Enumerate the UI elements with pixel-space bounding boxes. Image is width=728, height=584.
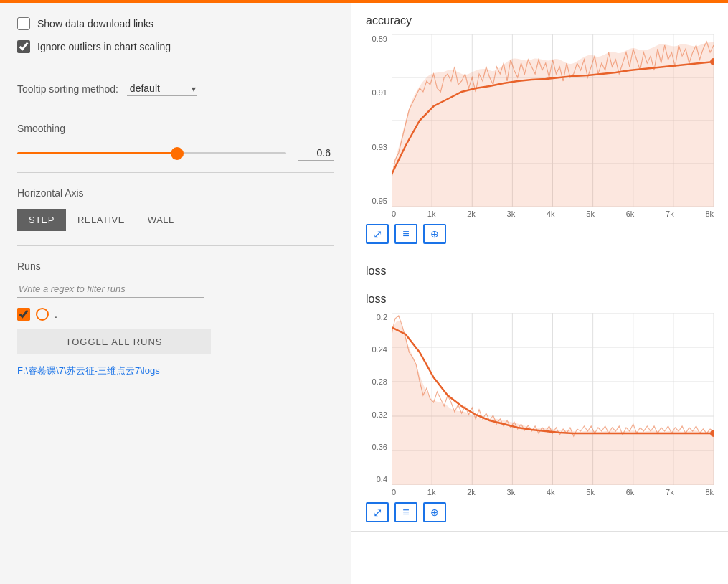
divider-2: [17, 108, 334, 108]
loss-y-label-2: 0.24: [372, 345, 387, 354]
loss-svg: [392, 313, 714, 485]
smoothing-row: 0.6: [17, 146, 334, 161]
loss-lines-btn[interactable]: ≡: [394, 502, 417, 522]
accuracy-y-label-3: 0.93: [372, 143, 387, 151]
run-checkbox[interactable]: [17, 308, 30, 321]
loss-chart-title: loss: [366, 293, 714, 306]
main-layout: Show data download links Ignore outliers…: [0, 3, 728, 584]
loss-chart-wrapper: 0.4 0.36 0.32 0.28 0.24 0.2: [366, 313, 714, 522]
left-panel: Show data download links Ignore outliers…: [0, 3, 351, 584]
lx-6k: 6k: [626, 488, 635, 496]
expand-icon: ⤢: [373, 227, 382, 241]
loss-chart-toolbar: ⤢ ≡ ⊕: [366, 502, 714, 522]
loss-expand-icon: ⤢: [373, 506, 382, 519]
divider-4: [17, 245, 334, 246]
accuracy-y-label-1: 0.89: [372, 34, 387, 43]
loss-chart-area: 0 1k 2k 3k 4k 5k 6k 7k 8k: [392, 313, 714, 496]
accuracy-section-title: accuracy: [366, 14, 714, 27]
loss-chart-inner: 0.4 0.36 0.32 0.28 0.24 0.2: [366, 313, 714, 496]
divider-1: [17, 72, 334, 72]
tooltip-select[interactable]: default ascending descending: [127, 81, 197, 96]
haxis-step-btn[interactable]: STEP: [17, 209, 66, 231]
accuracy-y-axis: 0.95 0.93 0.91 0.89: [366, 34, 392, 218]
accuracy-section: accuracy 0.95 0.93 0.91 0.89: [351, 3, 728, 253]
accuracy-chart-wrapper: 0.95 0.93 0.91 0.89: [366, 34, 714, 244]
loss-y-label-5: 0.36: [372, 443, 387, 451]
loss-y-label-1: 0.2: [377, 313, 387, 321]
run-circle-icon: [36, 308, 49, 321]
ignore-outliers-row: Ignore outliers in chart scaling: [17, 40, 334, 53]
lx-4k: 4k: [547, 488, 555, 496]
loss-expand-btn[interactable]: ⤢: [366, 502, 389, 522]
lx-8k: 8k: [705, 488, 714, 496]
lx-1k: 1k: [427, 488, 436, 496]
right-panel: accuracy 0.95 0.93 0.91 0.89: [351, 3, 728, 584]
lx-0: 0: [392, 488, 396, 496]
lines-icon: ≡: [402, 227, 409, 240]
accuracy-chart-inner: 0.95 0.93 0.91 0.89: [366, 34, 714, 218]
ignore-outliers-checkbox[interactable]: [17, 40, 30, 53]
accuracy-lines-btn[interactable]: ≡: [394, 224, 417, 244]
loss-y-label-3: 0.28: [372, 377, 387, 386]
x-1k: 1k: [427, 209, 436, 218]
accuracy-chart-area: 0 1k 2k 3k 4k 5k 6k 7k 8k: [392, 34, 714, 218]
runs-path: F:\睿慕课\7\苏云征-三维点云7\logs: [17, 364, 334, 377]
run-dot-label: .: [55, 309, 57, 320]
haxis-buttons: STEP RELATIVE WALL: [17, 209, 334, 231]
x-5k: 5k: [586, 209, 595, 218]
accuracy-y-label-4: 0.95: [372, 197, 387, 205]
loss-crosshair-btn[interactable]: ⊕: [423, 502, 446, 522]
toggle-all-runs-button[interactable]: TOGGLE ALL RUNS: [17, 329, 211, 354]
loss-section: loss 0.4 0.36 0.32 0.28 0.24 0.2: [351, 281, 728, 532]
accuracy-crosshair-btn[interactable]: ⊕: [423, 224, 446, 244]
loss-section-header: loss: [351, 253, 728, 281]
x-0: 0: [392, 209, 396, 218]
crosshair-icon: ⊕: [430, 228, 439, 240]
x-4k: 4k: [547, 209, 555, 218]
x-6k: 6k: [626, 209, 635, 218]
loss-lines-icon: ≡: [402, 506, 409, 519]
tooltip-label: Tooltip sorting method:: [17, 83, 118, 95]
smoothing-slider[interactable]: [17, 152, 286, 154]
haxis-relative-btn[interactable]: RELATIVE: [66, 209, 136, 231]
tooltip-select-wrapper: default ascending descending ▾: [127, 81, 197, 96]
ignore-outliers-label: Ignore outliers in chart scaling: [37, 41, 171, 52]
haxis-title: Horizontal Axis: [17, 187, 334, 199]
x-2k: 2k: [467, 209, 476, 218]
accuracy-chart-toolbar: ⤢ ≡ ⊕: [366, 224, 714, 244]
show-download-checkbox[interactable]: [17, 17, 30, 30]
tooltip-row: Tooltip sorting method: default ascendin…: [17, 81, 334, 96]
run-item-row: .: [17, 308, 334, 321]
divider-3: [17, 172, 334, 173]
lx-7k: 7k: [666, 488, 674, 496]
x-8k: 8k: [705, 209, 714, 218]
accuracy-x-axis: 0 1k 2k 3k 4k 5k 6k 7k 8k: [392, 207, 714, 218]
x-3k: 3k: [507, 209, 516, 218]
show-download-row: Show data download links: [17, 17, 334, 30]
runs-filter-input[interactable]: [17, 281, 204, 298]
smoothing-value: 0.6: [298, 146, 334, 161]
loss-x-axis: 0 1k 2k 3k 4k 5k 6k 7k 8k: [392, 485, 714, 496]
accuracy-expand-btn[interactable]: ⤢: [366, 224, 389, 244]
x-7k: 7k: [666, 209, 674, 218]
smoothing-title: Smoothing: [17, 123, 334, 134]
accuracy-y-label-2: 0.91: [372, 88, 387, 97]
lx-5k: 5k: [586, 488, 595, 496]
runs-title: Runs: [17, 260, 334, 272]
loss-crosshair-icon: ⊕: [430, 507, 439, 518]
loss-y-axis: 0.4 0.36 0.32 0.28 0.24 0.2: [366, 313, 392, 496]
haxis-wall-btn[interactable]: WALL: [136, 209, 186, 231]
accuracy-svg: [392, 34, 714, 207]
loss-y-label-6: 0.4: [377, 475, 387, 484]
lx-2k: 2k: [467, 488, 476, 496]
show-download-label: Show data download links: [37, 18, 153, 29]
loss-section-title: loss: [366, 265, 386, 277]
loss-y-label-4: 0.32: [372, 410, 387, 419]
lx-3k: 3k: [507, 488, 516, 496]
